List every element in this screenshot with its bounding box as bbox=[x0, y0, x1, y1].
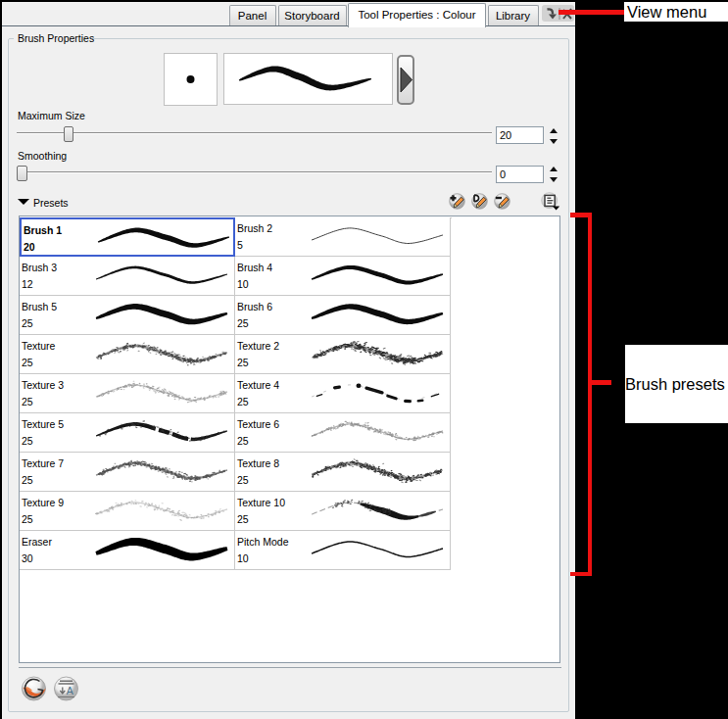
svg-text:A: A bbox=[67, 685, 73, 696]
